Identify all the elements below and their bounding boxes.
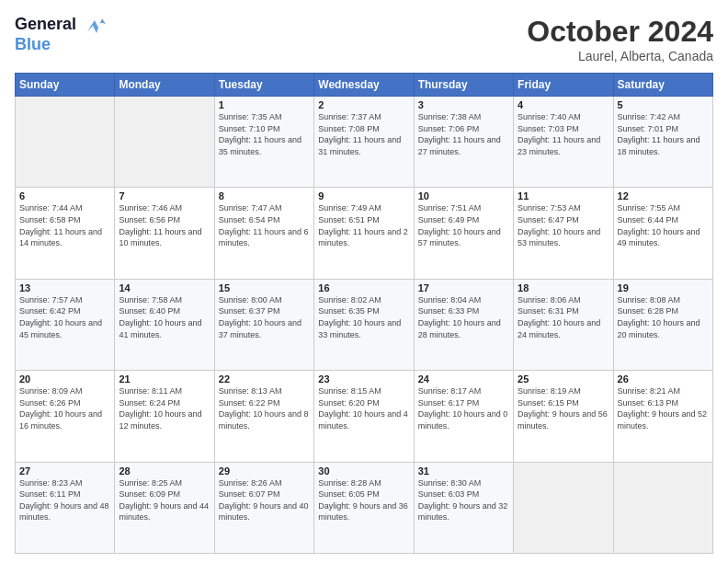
table-row: 1Sunrise: 7:35 AMSunset: 7:10 PMDaylight… xyxy=(214,97,313,188)
sunset-text: Sunset: 6:07 PM xyxy=(219,489,280,499)
daylight-text: Daylight: 10 hours and 24 minutes. xyxy=(518,318,600,339)
table-row: 7Sunrise: 7:46 AMSunset: 6:56 PMDaylight… xyxy=(115,188,214,279)
day-number: 12 xyxy=(618,190,709,201)
daylight-text: Daylight: 10 hours and 41 minutes. xyxy=(119,318,201,339)
day-info: Sunrise: 8:23 AMSunset: 6:11 PMDaylight:… xyxy=(19,477,110,523)
sunset-text: Sunset: 6:20 PM xyxy=(318,398,380,408)
table-row: 25Sunrise: 8:19 AMSunset: 6:15 PMDayligh… xyxy=(514,371,613,462)
sunrise-text: Sunrise: 7:47 AM xyxy=(219,203,282,213)
daylight-text: Daylight: 9 hours and 56 minutes. xyxy=(518,409,608,431)
sunset-text: Sunset: 6:31 PM xyxy=(518,306,579,316)
day-info: Sunrise: 7:58 AMSunset: 6:40 PMDaylight:… xyxy=(119,294,210,340)
table-row: 22Sunrise: 8:13 AMSunset: 6:22 PMDayligh… xyxy=(214,371,313,462)
sunrise-text: Sunrise: 7:40 AM xyxy=(518,112,581,121)
col-saturday: Saturday xyxy=(613,74,712,97)
day-info: Sunrise: 8:17 AMSunset: 6:17 PMDaylight:… xyxy=(418,385,509,431)
day-info: Sunrise: 7:37 AMSunset: 7:08 PMDaylight:… xyxy=(318,111,409,157)
col-tuesday: Tuesday xyxy=(214,74,313,97)
sunrise-text: Sunrise: 7:44 AM xyxy=(19,203,83,213)
day-number: 1 xyxy=(219,99,310,110)
day-number: 29 xyxy=(219,465,310,477)
daylight-text: Daylight: 10 hours and 0 minutes. xyxy=(418,409,508,431)
table-row xyxy=(16,97,115,188)
logo-blue: Blue xyxy=(15,35,106,54)
logo: General Blue xyxy=(15,15,106,54)
calendar-week-row: 20Sunrise: 8:09 AMSunset: 6:26 PMDayligh… xyxy=(16,371,713,462)
day-info: Sunrise: 8:30 AMSunset: 6:03 PMDaylight:… xyxy=(418,477,509,523)
table-row: 21Sunrise: 8:11 AMSunset: 6:24 PMDayligh… xyxy=(115,371,214,462)
day-info: Sunrise: 7:55 AMSunset: 6:44 PMDaylight:… xyxy=(618,202,709,248)
sunrise-text: Sunrise: 7:49 AM xyxy=(318,203,381,213)
calendar-week-row: 27Sunrise: 8:23 AMSunset: 6:11 PMDayligh… xyxy=(16,462,713,553)
table-row: 12Sunrise: 7:55 AMSunset: 6:44 PMDayligh… xyxy=(613,188,712,279)
sunrise-text: Sunrise: 7:46 AM xyxy=(119,203,182,213)
sunset-text: Sunset: 6:24 PM xyxy=(119,398,180,408)
sunset-text: Sunset: 6:58 PM xyxy=(19,215,81,224)
sunrise-text: Sunrise: 7:35 AM xyxy=(219,112,282,121)
sunrise-text: Sunrise: 7:57 AM xyxy=(19,295,83,304)
daylight-text: Daylight: 11 hours and 18 minutes. xyxy=(618,135,700,156)
sunrise-text: Sunrise: 8:09 AM xyxy=(19,386,83,396)
page: General Blue October 2024 Laurel, Albert… xyxy=(0,0,728,563)
sunset-text: Sunset: 6:56 PM xyxy=(119,215,180,224)
day-info: Sunrise: 7:38 AMSunset: 7:06 PMDaylight:… xyxy=(418,111,509,157)
sunrise-text: Sunrise: 7:53 AM xyxy=(518,203,581,213)
day-number: 11 xyxy=(518,190,609,201)
sunrise-text: Sunrise: 8:25 AM xyxy=(119,478,182,488)
sunset-text: Sunset: 6:11 PM xyxy=(19,489,81,499)
daylight-text: Daylight: 9 hours and 52 minutes. xyxy=(618,409,708,431)
sunrise-text: Sunrise: 8:17 AM xyxy=(418,386,482,396)
sunset-text: Sunset: 6:03 PM xyxy=(418,489,480,499)
day-info: Sunrise: 7:57 AMSunset: 6:42 PMDaylight:… xyxy=(19,294,110,340)
sunset-text: Sunset: 6:54 PM xyxy=(219,215,280,224)
title-block: October 2024 Laurel, Alberta, Canada xyxy=(527,15,713,63)
table-row: 5Sunrise: 7:42 AMSunset: 7:01 PMDaylight… xyxy=(613,97,712,188)
logo-bird-icon xyxy=(82,15,106,35)
sunset-text: Sunset: 6:33 PM xyxy=(418,306,480,316)
day-info: Sunrise: 7:51 AMSunset: 6:49 PMDaylight:… xyxy=(418,202,509,248)
day-number: 17 xyxy=(418,282,509,293)
sunrise-text: Sunrise: 8:30 AM xyxy=(418,478,482,488)
calendar-week-row: 6Sunrise: 7:44 AMSunset: 6:58 PMDaylight… xyxy=(16,188,713,279)
day-number: 9 xyxy=(318,190,409,201)
daylight-text: Daylight: 10 hours and 37 minutes. xyxy=(219,318,301,339)
sunset-text: Sunset: 6:28 PM xyxy=(618,306,679,316)
sunrise-text: Sunrise: 8:19 AM xyxy=(518,386,581,396)
day-number: 30 xyxy=(318,465,409,477)
day-number: 4 xyxy=(518,99,609,110)
sunset-text: Sunset: 6:26 PM xyxy=(19,398,81,408)
day-number: 7 xyxy=(119,190,210,201)
daylight-text: Daylight: 10 hours and 4 minutes. xyxy=(318,409,408,431)
table-row: 3Sunrise: 7:38 AMSunset: 7:06 PMDaylight… xyxy=(414,97,513,188)
table-row: 13Sunrise: 7:57 AMSunset: 6:42 PMDayligh… xyxy=(16,279,115,370)
sunrise-text: Sunrise: 8:23 AM xyxy=(19,478,83,488)
sunset-text: Sunset: 6:37 PM xyxy=(219,306,280,316)
svg-marker-0 xyxy=(87,18,106,33)
day-number: 18 xyxy=(518,282,609,293)
daylight-text: Daylight: 11 hours and 6 minutes. xyxy=(219,227,309,248)
day-number: 20 xyxy=(19,373,110,385)
day-info: Sunrise: 8:11 AMSunset: 6:24 PMDaylight:… xyxy=(119,385,210,431)
day-info: Sunrise: 7:49 AMSunset: 6:51 PMDaylight:… xyxy=(318,202,409,248)
month-title: October 2024 xyxy=(527,15,713,49)
sunset-text: Sunset: 6:22 PM xyxy=(219,398,280,408)
location: Laurel, Alberta, Canada xyxy=(527,49,713,63)
col-wednesday: Wednesday xyxy=(314,74,414,97)
sunrise-text: Sunrise: 8:00 AM xyxy=(219,295,282,304)
day-info: Sunrise: 8:15 AMSunset: 6:20 PMDaylight:… xyxy=(318,385,409,431)
table-row: 16Sunrise: 8:02 AMSunset: 6:35 PMDayligh… xyxy=(314,279,414,370)
day-info: Sunrise: 7:35 AMSunset: 7:10 PMDaylight:… xyxy=(219,111,310,157)
table-row: 11Sunrise: 7:53 AMSunset: 6:47 PMDayligh… xyxy=(514,188,613,279)
table-row: 2Sunrise: 7:37 AMSunset: 7:08 PMDaylight… xyxy=(314,97,414,188)
daylight-text: Daylight: 11 hours and 27 minutes. xyxy=(418,135,501,156)
sunset-text: Sunset: 6:44 PM xyxy=(618,215,679,224)
daylight-text: Daylight: 11 hours and 31 minutes. xyxy=(318,135,401,156)
day-number: 3 xyxy=(418,99,509,110)
calendar-week-row: 13Sunrise: 7:57 AMSunset: 6:42 PMDayligh… xyxy=(16,279,713,370)
table-row: 26Sunrise: 8:21 AMSunset: 6:13 PMDayligh… xyxy=(613,371,712,462)
day-info: Sunrise: 8:04 AMSunset: 6:33 PMDaylight:… xyxy=(418,294,509,340)
table-row: 19Sunrise: 8:08 AMSunset: 6:28 PMDayligh… xyxy=(613,279,712,370)
day-info: Sunrise: 8:08 AMSunset: 6:28 PMDaylight:… xyxy=(618,294,709,340)
table-row: 18Sunrise: 8:06 AMSunset: 6:31 PMDayligh… xyxy=(514,279,613,370)
day-info: Sunrise: 7:47 AMSunset: 6:54 PMDaylight:… xyxy=(219,202,310,248)
